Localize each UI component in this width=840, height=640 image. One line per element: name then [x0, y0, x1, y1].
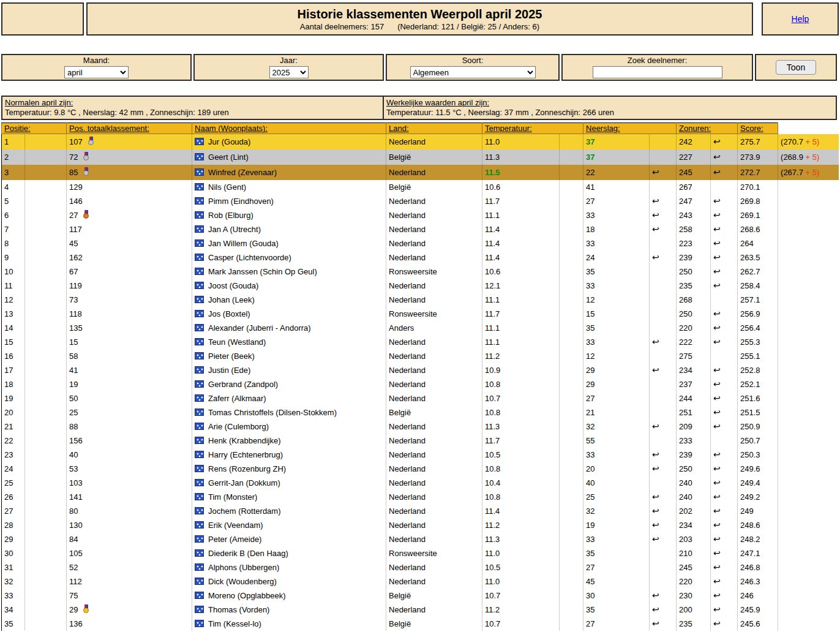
member-flag-icon[interactable] — [195, 153, 204, 160]
temperature-extra-cell — [560, 279, 583, 293]
member-flag-icon[interactable] — [195, 620, 204, 627]
ranking-header-row: Positie: Pos. totaalklassement: Naam (Wo… — [2, 123, 839, 134]
temperature-cell: 11.3 — [482, 149, 560, 165]
undo-arrow-icon: ↩ — [652, 224, 659, 234]
member-flag-icon[interactable] — [195, 437, 204, 444]
overall-position-cell: 29 — [67, 603, 192, 617]
undo-arrow-icon: ↩ — [652, 210, 659, 220]
member-flag-icon[interactable] — [195, 451, 204, 458]
score-bonus-cell — [778, 518, 839, 532]
undo-arrow-icon: ↩ — [652, 252, 659, 262]
member-flag-icon[interactable] — [195, 254, 204, 261]
score-bonus-cell — [778, 208, 839, 222]
member-flag-icon[interactable] — [195, 296, 204, 303]
member-flag-icon[interactable] — [195, 394, 204, 402]
temperature-cell: 11.0 — [482, 134, 560, 149]
country-cell: Ronsweersite — [386, 265, 482, 279]
spacer-cell — [25, 293, 67, 307]
overall-position-value: 27 — [69, 211, 78, 220]
precipitation-cell: 37 — [583, 149, 650, 165]
sunhours-cell: 235 — [677, 617, 711, 631]
member-flag-icon[interactable] — [195, 352, 204, 360]
member-flag-icon[interactable] — [195, 592, 204, 599]
temperature-cell: 11.2 — [482, 349, 560, 363]
member-flag-icon[interactable] — [195, 549, 204, 557]
member-flag-icon[interactable] — [195, 211, 204, 219]
table-row: 16 58 Pieter (Beek) Nederland 11.2 12 27… — [2, 349, 839, 363]
member-flag-icon[interactable] — [195, 197, 204, 205]
col-header-zonuren: Zonuren: — [677, 123, 738, 134]
overall-position-cell: 25 — [67, 405, 192, 420]
precipitation-revision-cell: ↩ — [650, 462, 677, 476]
member-flag-icon[interactable] — [195, 423, 204, 430]
member-flag-icon[interactable] — [195, 310, 204, 317]
precipitation-cell: 41 — [583, 180, 650, 194]
name-cell: Jos (Boxtel) — [192, 307, 386, 321]
member-flag-icon[interactable] — [195, 282, 204, 289]
year-select[interactable]: 2025 — [269, 66, 309, 78]
precipitation-revision-cell: ↩ — [650, 165, 677, 180]
member-flag-icon[interactable] — [195, 507, 204, 514]
undo-arrow-icon: ↩ — [652, 590, 659, 600]
table-row: 7 117 Jan A (Utrecht) Nederland 11.4 18 … — [2, 222, 839, 236]
name-cell: Casper (Lichtenvoorde) — [192, 250, 386, 265]
spacer-cell — [25, 208, 67, 222]
member-flag-icon[interactable] — [195, 578, 204, 585]
country-cell: Nederland — [386, 208, 482, 222]
sunhours-cell: 267 — [677, 180, 711, 194]
temperature-cell: 11.7 — [482, 307, 560, 321]
sunhours-revision-cell: ↩ — [711, 250, 738, 265]
sunhours-cell: 234 — [677, 518, 711, 532]
sunhours-revision-cell: ↩ — [711, 546, 738, 560]
overall-position-cell: 84 — [67, 532, 192, 546]
overall-position-value: 40 — [69, 450, 78, 459]
country-cell: Nederland — [386, 560, 482, 574]
temperature-cell: 10.7 — [482, 391, 560, 405]
table-row: 2 72 Geert (Lint) België 11.3 37 227 ↩ 2… — [2, 149, 839, 165]
search-input[interactable] — [593, 66, 722, 78]
member-flag-icon[interactable] — [195, 366, 204, 374]
country-cell: Nederland — [386, 434, 482, 448]
member-flag-icon[interactable] — [195, 338, 204, 345]
show-button[interactable]: Toon — [776, 60, 816, 75]
type-select[interactable]: Algemeen — [410, 66, 536, 78]
member-flag-icon[interactable] — [195, 138, 204, 145]
overall-position-cell: 103 — [67, 476, 192, 490]
spacer-cell — [25, 490, 67, 504]
member-flag-icon[interactable] — [195, 465, 204, 472]
corner-box — [1, 2, 84, 36]
help-link[interactable]: Help — [792, 14, 809, 24]
country-cell: Nederland — [386, 504, 482, 518]
member-flag-icon[interactable] — [195, 268, 204, 275]
member-flag-icon[interactable] — [195, 408, 204, 416]
member-flag-icon[interactable] — [195, 380, 204, 388]
score-bonus-cell — [778, 222, 839, 236]
member-flag-icon[interactable] — [195, 606, 204, 613]
member-flag-icon[interactable] — [195, 324, 204, 331]
month-select[interactable]: april — [64, 66, 129, 78]
table-row: 6 27 Rob (Elburg) Nederland 11.1 33 ↩ 24… — [2, 208, 839, 222]
overall-position-value: 41 — [69, 366, 78, 375]
precipitation-cell: 29 — [583, 363, 650, 377]
member-flag-icon[interactable] — [195, 493, 204, 500]
member-flag-icon[interactable] — [195, 521, 204, 529]
member-flag-icon[interactable] — [195, 225, 204, 233]
precipitation-cell: 27 — [583, 194, 650, 208]
member-flag-icon[interactable] — [195, 183, 204, 190]
overall-position-value: 156 — [69, 436, 83, 445]
member-flag-icon[interactable] — [195, 479, 204, 486]
sunhours-cell: 240 — [677, 490, 711, 504]
spacer-cell — [25, 462, 67, 476]
position-cell: 3 — [2, 165, 25, 180]
member-flag-icon[interactable] — [195, 563, 204, 571]
member-flag-icon[interactable] — [195, 535, 204, 543]
position-cell: 22 — [2, 434, 25, 448]
member-flag-icon[interactable] — [195, 168, 204, 176]
member-flag-icon[interactable] — [195, 239, 204, 247]
precipitation-cell: 33 — [583, 208, 650, 222]
undo-arrow-icon: ↩ — [713, 421, 721, 431]
participant-name: Gerbrand (Zandpol) — [208, 380, 278, 389]
precipitation-revision-cell — [650, 546, 677, 560]
overall-position-cell: 41 — [67, 363, 192, 377]
country-cell: België — [386, 180, 482, 194]
